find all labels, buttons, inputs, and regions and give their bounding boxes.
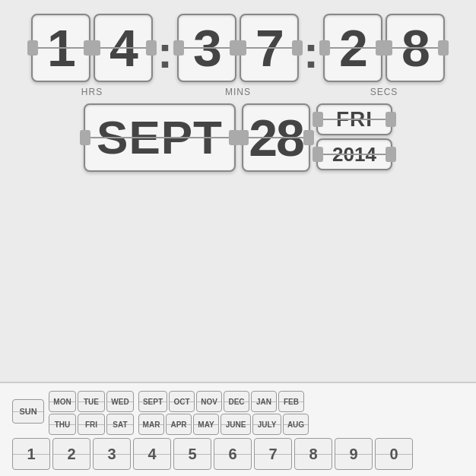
hinge-left (236, 40, 246, 56)
month-oct: OCT (169, 391, 195, 412)
secs-label: SECS (370, 87, 398, 97)
day-tue: TUE (78, 391, 105, 412)
month-nov: NOV (196, 391, 222, 412)
hinge-left (319, 40, 330, 56)
seconds-unit: 2 8 SECS (323, 14, 445, 97)
days-row: SUN (12, 391, 44, 432)
num-9: 9 (335, 438, 373, 470)
hinge-left (90, 40, 100, 56)
mins-label: MINS (225, 87, 251, 97)
month-jan: JAN (251, 391, 277, 412)
numbers-row: 1 2 3 4 5 6 7 8 9 0 (12, 438, 464, 470)
minutes-digit-2-text: 7 (255, 22, 283, 74)
month-feb: FEB (278, 391, 304, 412)
hinge-right (386, 112, 396, 127)
hrs-label: HRS (81, 87, 103, 97)
day-thu: THU (49, 414, 76, 435)
months-group: SEPT OCT NOV DEC JAN FEB MAR APR MAY JUN… (138, 391, 309, 435)
day-name-tile: FRI (316, 103, 392, 135)
hinge-left (313, 112, 323, 127)
num-3: 3 (93, 438, 131, 470)
num-2: 2 (52, 438, 90, 470)
seconds-digit-2-text: 8 (401, 22, 429, 74)
hinge-left (27, 40, 38, 56)
year-tile: 2014 (316, 138, 392, 170)
day-sun: SUN (12, 399, 44, 424)
hinge-right (438, 40, 449, 56)
month-text: SEPT (97, 114, 223, 161)
day-number-tile: 28 (242, 103, 310, 172)
hinge-left (238, 130, 249, 145)
hinge-left (313, 147, 323, 162)
hinge-right (386, 147, 396, 162)
day-mon: MON (49, 391, 76, 412)
num-7: 7 (254, 438, 292, 470)
num-5: 5 (173, 438, 211, 470)
month-mar: MAR (138, 414, 164, 435)
day-year-group: FRI 2014 (316, 103, 392, 170)
hinge-left (382, 40, 392, 56)
seconds-digit-2: 8 (386, 14, 445, 82)
hours-digit-2-text: 4 (109, 22, 137, 74)
day-sat: SAT (106, 414, 134, 435)
hinge-left (173, 40, 184, 56)
seconds-digit-1-text: 2 (339, 22, 367, 74)
month-aug: AUG (283, 414, 309, 435)
year-text: 2014 (332, 144, 376, 164)
day-name-text: FRI (336, 109, 373, 130)
day-wed: WED (106, 391, 134, 412)
hinge-right (292, 40, 303, 56)
hours-digit-1-text: 1 (47, 22, 75, 74)
day-fri: FRI (78, 414, 105, 435)
num-0: 0 (375, 438, 413, 470)
date-row: SEPT 28 FRI 2014 (15, 103, 461, 172)
main-clock-area: 1 4 HRS : 3 (0, 0, 476, 382)
hours-digit-1: 1 (31, 14, 90, 82)
month-sept: SEPT (138, 391, 167, 412)
num-6: 6 (214, 438, 252, 470)
hours-unit: 1 4 HRS (31, 14, 153, 97)
month-apr: APR (166, 414, 192, 435)
day-number-text: 28 (249, 112, 303, 163)
month-july: JULY (252, 414, 281, 435)
num-8: 8 (294, 438, 332, 470)
hinge-right (303, 130, 314, 145)
month-may: MAY (193, 414, 219, 435)
minutes-unit: 3 7 MINS (177, 14, 299, 97)
month-june: JUNE (221, 414, 251, 435)
minutes-digit-1: 3 (177, 14, 236, 82)
days-months-section: SUN MON TUE WED THU FRI SAT SEPT OCT NOV… (12, 391, 464, 435)
month-tile: SEPT (84, 103, 236, 172)
num-4: 4 (133, 438, 171, 470)
minutes-digit-2: 7 (240, 14, 299, 82)
minutes-digit-1-text: 3 (193, 22, 221, 74)
time-row: 1 4 HRS : 3 (15, 14, 461, 97)
hinge-right (146, 40, 157, 56)
weekdays-group: MON TUE WED THU FRI SAT (49, 391, 134, 435)
seconds-digit-1: 2 (323, 14, 382, 82)
month-dec: DEC (224, 391, 249, 412)
hinge-left (80, 130, 90, 145)
reference-area: SUN MON TUE WED THU FRI SAT SEPT OCT NOV… (0, 382, 476, 476)
num-1: 1 (12, 438, 50, 470)
hours-digit-2: 4 (94, 14, 153, 82)
